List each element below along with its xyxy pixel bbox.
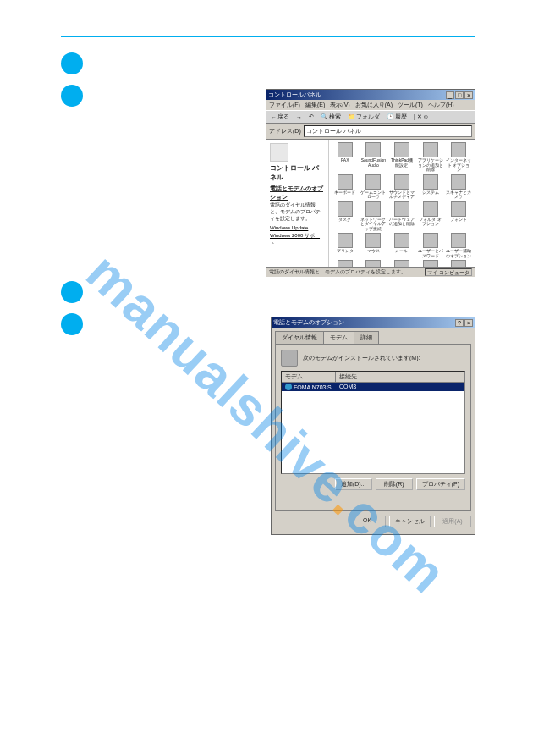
add-button[interactable]: 追加(D)... xyxy=(335,478,372,490)
cp-item[interactable]: インターネット オプション xyxy=(445,142,472,173)
cp-item[interactable]: メール xyxy=(388,233,415,258)
cp-item[interactable]: マウス xyxy=(360,233,387,258)
cp-item[interactable]: システム xyxy=(417,174,444,200)
cp-item-label: ハードウェアの追加と削除 xyxy=(389,218,415,227)
search-button[interactable]: 🔍検索 xyxy=(319,113,343,121)
md-instruction: 次のモデムがインストールされています(M): xyxy=(303,354,420,362)
modem-list[interactable]: モデム 接続先 FOMA N703iS COM3 xyxy=(281,371,465,474)
apply-button[interactable]: 適用(A) xyxy=(434,516,471,527)
cp-item[interactable]: アプリケーションの追加と削除 xyxy=(417,142,444,173)
modem-list-row[interactable]: FOMA N703iS COM3 xyxy=(282,383,464,391)
cp-item-label: タスク xyxy=(338,218,351,223)
md-instruction-row: 次のモデムがインストールされています(M): xyxy=(281,350,465,367)
cancel-button[interactable]: キャンセル xyxy=(389,516,431,527)
cp-item[interactable]: サウンドとマルチメディア xyxy=(388,174,415,200)
cp-item-icon xyxy=(365,174,381,190)
help-button[interactable]: ? xyxy=(455,319,464,327)
cp-item[interactable]: ワイヤレスリンク xyxy=(332,260,359,267)
menu-edit[interactable]: 編集(E) xyxy=(305,101,325,109)
menu-tools[interactable]: ツール(T) xyxy=(398,101,423,109)
cp-item-label: メール xyxy=(395,249,408,254)
cp-item-icon xyxy=(423,233,438,248)
page-horizontal-rule xyxy=(61,36,475,37)
cp-item[interactable]: フォルダ オプション xyxy=(417,201,444,232)
folders-button[interactable]: 📁フォルダ xyxy=(346,113,382,121)
cp-item[interactable]: ゲームコントローラ xyxy=(360,174,387,200)
cp-item-icon xyxy=(394,201,409,217)
cp-item[interactable]: プリンタ xyxy=(332,233,359,258)
cp-item-label: ユーザーとパスワード xyxy=(418,249,443,258)
control-panel-window: コントロールパネル _ □ × ファイル(F) 編集(E) 表示(V) お気に入… xyxy=(266,89,475,273)
cp-item[interactable]: 管理ツール xyxy=(388,260,415,267)
cp-status-location: マイ コンピュータ xyxy=(425,268,472,276)
cp-item[interactable]: ハードウェアの追加と削除 xyxy=(388,201,415,232)
cp-item[interactable]: SoundFusion Audio xyxy=(360,142,387,173)
cp-item-label: マウス xyxy=(367,249,380,254)
close-button[interactable]: × xyxy=(464,319,473,327)
md-dialog-buttons: OK キャンセル 適用(A) xyxy=(275,516,471,527)
link-windows-update[interactable]: Windows Update xyxy=(270,225,325,230)
cp-item-icon xyxy=(365,233,381,248)
cp-item-label: フォルダ オプション xyxy=(418,218,443,227)
cp-item[interactable]: ThinkPad機能設定 xyxy=(388,142,415,173)
step-bullet-3 xyxy=(61,281,83,303)
cp-item-label: ユーザー補助のオプション xyxy=(446,249,471,258)
remove-button[interactable]: 削除(R) xyxy=(376,478,413,490)
up-button[interactable]: ↶ xyxy=(307,113,316,120)
maximize-button[interactable]: □ xyxy=(455,91,464,99)
menu-favorites[interactable]: お気に入り(A) xyxy=(355,101,393,109)
cp-item[interactable]: スキャナとカメラ xyxy=(445,174,472,200)
md-titlebar: 電話とモデムのオプション ? × xyxy=(272,317,475,328)
modem-list-header: モデム 接続先 xyxy=(282,372,464,383)
col-port[interactable]: 接続先 xyxy=(336,372,464,382)
cp-item-label: フォント xyxy=(450,218,467,223)
cp-item[interactable]: ユーザー補助のオプション xyxy=(445,233,472,258)
step-bullet-2 xyxy=(61,85,83,107)
address-box[interactable]: コントロール パネル xyxy=(304,125,472,137)
tab-advanced[interactable]: 詳細 xyxy=(354,331,379,344)
cp-item[interactable]: フォント xyxy=(445,201,472,232)
cp-menubar: ファイル(F) 編集(E) 表示(V) お気に入り(A) ツール(T) ヘルプ(… xyxy=(266,100,475,110)
history-button[interactable]: 🕒履歴 xyxy=(385,113,409,121)
menu-help[interactable]: ヘルプ(H) xyxy=(428,101,454,109)
cp-item[interactable]: キーボード xyxy=(332,174,359,200)
md-window-controls: ? × xyxy=(455,319,473,327)
forward-button[interactable]: → xyxy=(294,114,304,120)
modem-row-icon xyxy=(285,384,292,390)
cp-item[interactable]: 電源オプション xyxy=(445,260,472,267)
close-button[interactable]: × xyxy=(464,91,473,99)
modem-options-dialog: 電話とモデムのオプション ? × ダイヤル情報 モデム 詳細 次のモデムがインス… xyxy=(271,317,475,535)
cp-item-icon xyxy=(394,174,409,190)
cp-item-label: FAX xyxy=(341,158,349,163)
cp-item[interactable]: 地域のオプション xyxy=(417,260,444,267)
ok-button[interactable]: OK xyxy=(349,516,386,527)
col-modem[interactable]: モデム xyxy=(282,372,336,382)
step-bullet-4 xyxy=(61,313,83,335)
tab-dialing[interactable]: ダイヤル情報 xyxy=(275,331,324,344)
cp-item-label: サウンドとマルチメディア xyxy=(389,190,415,200)
cp-titlebar: コントロールパネル _ □ × xyxy=(266,90,475,100)
properties-button[interactable]: プロパティ(P) xyxy=(416,478,465,490)
address-label: アドレス(D) xyxy=(269,127,301,135)
tab-modems[interactable]: モデム xyxy=(323,331,354,344)
back-button[interactable]: ← 戻る xyxy=(269,113,291,121)
cp-sidebar-icon xyxy=(270,143,288,162)
tool-sep: | ✕ ∞ xyxy=(412,113,430,120)
cp-item-label: キーボード xyxy=(334,190,355,196)
cp-item[interactable]: FAX xyxy=(332,142,359,173)
modem-port-cell: COM3 xyxy=(336,383,464,391)
menu-view[interactable]: 表示(V) xyxy=(330,101,349,109)
md-title: 電話とモデムのオプション xyxy=(273,318,344,327)
cp-item[interactable]: タスク xyxy=(332,201,359,232)
cp-item-label: アプリケーションの追加と削除 xyxy=(418,158,443,173)
cp-item[interactable]: ネットワークとダイヤルアップ接続 xyxy=(360,201,387,232)
menu-file[interactable]: ファイル(F) xyxy=(269,101,300,109)
cp-item-icon xyxy=(365,260,381,267)
modem-icon xyxy=(281,350,298,367)
link-windows-support[interactable]: Windows 2000 サポート xyxy=(270,232,325,247)
cp-item[interactable]: ユーザーとパスワード xyxy=(417,233,444,258)
cp-toolbar: ← 戻る → ↶ 🔍検索 📁フォルダ 🕒履歴 | ✕ ∞ xyxy=(266,110,475,124)
cp-item[interactable]: 画面 xyxy=(360,260,387,267)
md-tabpanel: 次のモデムがインストールされています(M): モデム 接続先 FOMA N703… xyxy=(275,344,471,511)
minimize-button[interactable]: _ xyxy=(446,91,454,99)
